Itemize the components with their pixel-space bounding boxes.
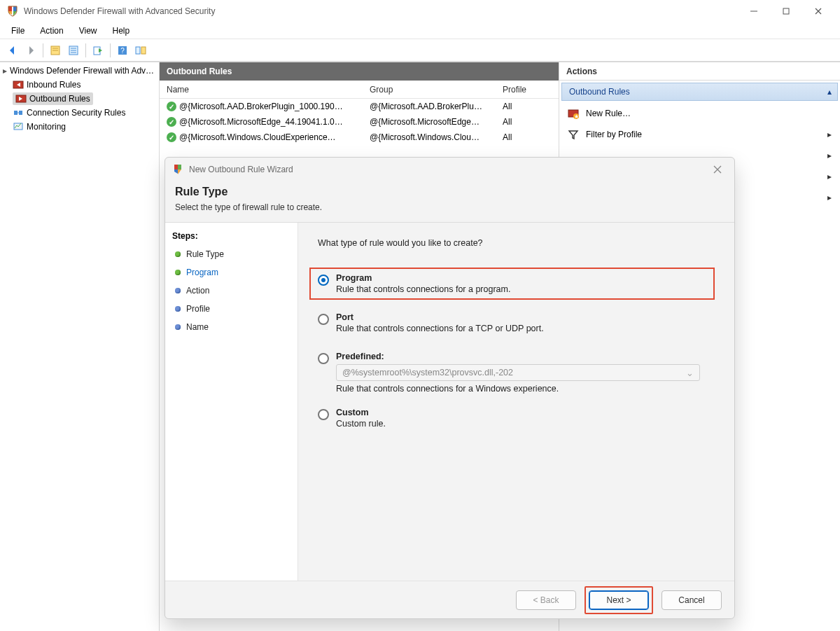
action-new-rule[interactable]: ★ New Rule… [559,103,840,124]
rule-profile: All [503,102,552,111]
menu-action[interactable]: Action [33,24,70,38]
toolbar-export-button[interactable] [90,42,106,59]
nav-forward-button[interactable] [22,42,39,59]
wizard-steps-header: Steps: [165,227,298,245]
radio-custom[interactable] [318,409,329,420]
table-row[interactable]: ✓@{Microsoft.Windows.CloudExperience… @{… [160,130,559,145]
wizard-close-button[interactable] [708,160,727,179]
menu-help[interactable]: Help [106,24,137,38]
rule-type-label: Custom [336,408,386,417]
toolbar-panes-button[interactable] [132,42,149,59]
wizard-step-label: Name [186,322,209,332]
svg-rect-6 [136,47,140,54]
menu-view[interactable]: View [72,24,104,38]
wizard-subheading: Select the type of firewall rule to crea… [175,202,724,212]
rule-group: @{Microsoft.Windows.Clou… [370,132,503,142]
menu-file[interactable]: File [4,24,31,38]
scope-tree: ▸ Windows Defender Firewall with Advance… [0,62,160,631]
tree-item-label: Outbound Rules [29,94,90,104]
rule-type-desc: Rule that controls connections for a Win… [336,384,715,394]
rule-type-desc: Rule that controls connections for a TCP… [336,324,544,333]
tree-outbound-rules[interactable]: Outbound Rules [0,92,159,106]
svg-text:★: ★ [574,113,579,119]
new-rule-icon: ★ [568,108,579,119]
col-profile[interactable]: Profile [503,85,552,95]
window-title: Windows Defender Firewall with Advanced … [24,6,215,16]
col-group[interactable]: Group [370,85,503,95]
tree-root-label: Windows Defender Firewall with Advanced … [10,66,156,76]
actions-section-label: Outbound Rules [569,87,630,97]
rule-profile: All [503,132,552,142]
wizard-heading: Rule Type [175,186,724,198]
predefined-combo[interactable]: @%systemroot%\system32\provsvc.dll,-202 … [336,364,700,381]
radio-port[interactable] [318,314,329,325]
rule-type-program[interactable]: Program Rule that controls connections f… [309,268,715,300]
rule-enabled-icon: ✓ [167,132,176,142]
menubar: File Action View Help [0,22,840,39]
cancel-button[interactable]: Cancel [662,590,722,610]
rule-name: @{Microsoft.Windows.CloudExperience… [179,132,336,142]
wizard-step-program[interactable]: Program [165,263,298,282]
tree-item-label: Inbound Rules [27,80,80,90]
svg-rect-7 [141,47,146,54]
wizard-step-name[interactable]: Name [165,318,298,336]
chevron-right-icon: ▸ [827,172,832,181]
next-button[interactable]: Next > [589,590,649,610]
titlebar: Windows Defender Firewall with Advanced … [0,0,840,22]
rule-name: @{Microsoft.MicrosoftEdge_44.19041.1.0… [179,117,343,127]
chevron-right-icon: ▸ [827,130,832,139]
tree-item-label: Monitoring [27,122,66,132]
rule-group: @{Microsoft.AAD.BrokerPlu… [370,102,503,111]
tree-root[interactable]: ▸ Windows Defender Firewall with Advance… [0,64,159,78]
rule-type-label: Predefined: [336,352,715,361]
action-filter-by-profile[interactable]: Filter by Profile ▸ [559,124,840,145]
tree-item-label: Connection Security Rules [27,108,125,118]
wizard-steps: Steps: Rule Type Program Action Profile … [165,223,298,581]
rule-type-port[interactable]: Port Rule that controls connections for … [318,312,715,333]
wizard-step-action[interactable]: Action [165,282,298,300]
wizard-content: What type of rule would you like to crea… [298,223,734,581]
table-row[interactable]: ✓@{Microsoft.MicrosoftEdge_44.19041.1.0…… [160,114,559,130]
step-dot-icon [175,288,181,293]
rule-enabled-icon: ✓ [167,117,176,127]
table-row[interactable]: ✓@{Microsoft.AAD.BrokerPlugin_1000.190… … [160,99,559,114]
wizard-step-label: Program [186,268,218,277]
rule-type-desc: Custom rule. [336,419,386,429]
close-button[interactable] [802,0,834,22]
tree-monitoring[interactable]: Monitoring [0,120,159,134]
toolbar-help-button[interactable]: ? [114,42,131,59]
col-name[interactable]: Name [167,85,370,95]
predefined-combo-value: @%systemroot%\system32\provsvc.dll,-202 [342,368,513,377]
svg-rect-10 [14,111,18,115]
wizard-step-label: Rule Type [186,249,224,259]
toolbar-properties-button[interactable] [47,42,64,59]
radio-program[interactable] [318,275,329,286]
wizard-titlebar: New Outbound Rule Wizard [165,158,734,181]
filter-icon [568,129,579,140]
wizard-step-label: Action [186,286,209,296]
next-button-highlight: Next > [584,586,653,614]
rule-group: @{Microsoft.MicrosoftEdge… [370,117,503,127]
back-button-label: < Back [533,595,559,605]
chevron-up-icon: ▴ [827,87,832,97]
rule-type-label: Program [336,273,510,283]
actions-section-title[interactable]: Outbound Rules ▴ [561,83,838,101]
inbound-rules-icon [13,79,24,90]
rule-type-custom[interactable]: Custom Custom rule. [318,408,715,429]
wizard-step-rule-type[interactable]: Rule Type [165,245,298,263]
tree-connection-security[interactable]: Connection Security Rules [0,106,159,120]
wizard-prompt: What type of rule would you like to crea… [318,238,715,248]
rule-type-label: Port [336,312,544,322]
nav-back-button[interactable] [4,42,21,59]
maximize-button[interactable] [770,0,802,22]
chevron-down-icon: ⌄ [686,368,694,378]
wizard-step-profile[interactable]: Profile [165,300,298,318]
step-dot-icon [175,324,181,330]
tree-inbound-rules[interactable]: Inbound Rules [0,78,159,92]
minimize-button[interactable] [738,0,770,22]
toolbar: ? [0,39,840,62]
radio-predefined[interactable] [318,353,329,364]
rule-type-predefined[interactable]: Predefined: @%systemroot%\system32\provs… [318,352,715,394]
back-button[interactable]: < Back [516,590,576,610]
toolbar-list-button[interactable] [65,42,82,59]
